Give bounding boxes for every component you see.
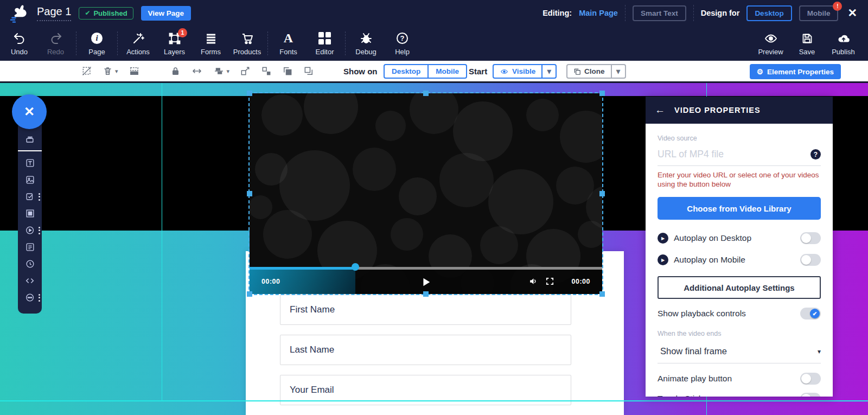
fullscreen-icon[interactable] bbox=[545, 277, 554, 286]
clone-button[interactable]: Clone bbox=[567, 65, 611, 78]
autoplay-mobile-label: Autoplay on Mobile bbox=[674, 255, 800, 265]
element-properties-button[interactable]: ⚙ Element Properties bbox=[750, 64, 841, 79]
fonts-button[interactable]: A Fonts bbox=[270, 31, 307, 56]
show-on-segmented-control: Desktop Mobile bbox=[384, 64, 467, 79]
show-playback-toggle[interactable]: ✔ bbox=[800, 308, 821, 320]
video-element[interactable]: 00:00 00:00 bbox=[250, 93, 602, 294]
resize-handle-n[interactable] bbox=[423, 91, 429, 96]
video-url-input[interactable]: URL of MP4 file ? bbox=[658, 149, 821, 166]
delete-icon[interactable]: ▾ bbox=[103, 66, 118, 76]
smart-text-button[interactable]: Smart Text bbox=[633, 5, 686, 21]
play-button[interactable] bbox=[420, 275, 432, 288]
editor-button[interactable]: Editor bbox=[307, 31, 343, 56]
video-ends-select[interactable]: Show final frame ▾ bbox=[658, 343, 821, 363]
publish-button[interactable]: Publish bbox=[825, 31, 861, 56]
forms-button[interactable]: Forms bbox=[193, 31, 229, 56]
field-label: Last Name bbox=[290, 344, 334, 355]
submenu-dots-icon[interactable] bbox=[39, 227, 40, 234]
editing-target-link[interactable]: Main Page bbox=[579, 9, 618, 17]
products-button[interactable]: Products bbox=[229, 31, 265, 56]
last-name-field[interactable]: Last Name bbox=[280, 335, 571, 365]
show-on-mobile-button[interactable]: Mobile bbox=[427, 65, 466, 78]
autoplay-mobile-toggle[interactable] bbox=[800, 254, 821, 266]
resize-handle-e[interactable] bbox=[599, 191, 605, 196]
first-name-field[interactable]: First Name bbox=[280, 295, 571, 325]
choose-video-library-button[interactable]: Choose from Video Library bbox=[658, 197, 821, 220]
close-icon[interactable]: ✕ bbox=[845, 7, 859, 20]
submenu-dots-icon[interactable] bbox=[39, 193, 40, 201]
eye-icon bbox=[764, 31, 778, 46]
debug-button[interactable]: Debug bbox=[348, 31, 384, 56]
visible-button[interactable]: Visible bbox=[494, 65, 541, 78]
view-page-button[interactable]: View Page bbox=[141, 6, 192, 21]
delete-caret-icon[interactable]: ▾ bbox=[115, 68, 118, 75]
back-arrow-icon[interactable]: ← bbox=[655, 104, 665, 116]
deselect-icon[interactable] bbox=[81, 66, 92, 76]
additional-autoplay-settings-button[interactable]: Additional Autoplay Settings bbox=[658, 276, 821, 299]
floppy-icon bbox=[801, 31, 814, 46]
magic-wand-icon bbox=[132, 31, 145, 46]
email-field[interactable]: Your Email bbox=[280, 375, 571, 405]
actions-button[interactable]: Actions bbox=[120, 31, 156, 56]
properties-header: ← VIDEO PROPERTIES bbox=[646, 97, 833, 124]
page-builder-app: Page 1 ✔ Published View Page Editing: Ma… bbox=[0, 0, 868, 415]
undo-button[interactable]: Undo bbox=[1, 31, 37, 56]
sidebar-item-text[interactable] bbox=[18, 155, 42, 171]
resize-handle-se[interactable] bbox=[599, 291, 605, 297]
sidebar-item-image[interactable] bbox=[18, 171, 42, 188]
video-progress-knob[interactable] bbox=[352, 263, 359, 271]
help-button[interactable]: ? Help bbox=[384, 31, 420, 56]
sidebar-item-blocks[interactable] bbox=[18, 131, 42, 148]
page-button[interactable]: i Page bbox=[79, 31, 115, 56]
shrink-element-icon[interactable] bbox=[261, 66, 272, 76]
forms-list-icon bbox=[205, 31, 218, 46]
resize-handle-ne[interactable] bbox=[599, 91, 605, 96]
separator bbox=[625, 5, 626, 21]
toggle-sticky-toggle[interactable] bbox=[800, 393, 821, 397]
send-backward-icon[interactable] bbox=[303, 66, 314, 76]
sidebar-item-misc[interactable] bbox=[18, 289, 42, 306]
resize-handle-s[interactable] bbox=[423, 291, 429, 297]
sidebar-item-timer[interactable] bbox=[18, 256, 42, 272]
bring-forward-icon[interactable] bbox=[282, 66, 293, 76]
expand-element-icon[interactable] bbox=[240, 66, 251, 76]
start-label: Start bbox=[469, 61, 487, 81]
sidebar-divider bbox=[18, 150, 42, 151]
lock-icon[interactable] bbox=[170, 66, 181, 76]
sidebar-item-article[interactable] bbox=[18, 239, 42, 256]
redo-button[interactable]: Redo bbox=[37, 31, 74, 56]
close-elements-fab[interactable]: ✕ bbox=[12, 94, 47, 129]
sidebar-item-form[interactable] bbox=[18, 188, 42, 205]
resize-handle-sw[interactable] bbox=[247, 291, 252, 297]
volume-icon[interactable] bbox=[528, 277, 539, 286]
layers-count-badge: 1 bbox=[178, 28, 187, 37]
align-caret-icon[interactable]: ▾ bbox=[227, 68, 230, 75]
eye-icon bbox=[500, 68, 509, 75]
sidebar-item-button[interactable] bbox=[18, 205, 42, 222]
layers-button[interactable]: 1 Layers bbox=[156, 31, 193, 56]
video-ends-value: Show final frame bbox=[660, 346, 727, 356]
align-distribute-icon[interactable]: ▾ bbox=[213, 66, 230, 76]
help-icon[interactable]: ? bbox=[810, 149, 821, 159]
toggle-sticky-row: Toggle Sticky bbox=[658, 391, 821, 397]
resize-handle-nw[interactable] bbox=[247, 91, 252, 96]
animate-play-toggle[interactable] bbox=[800, 373, 821, 385]
horizontal-resize-icon[interactable] bbox=[191, 66, 203, 76]
page-title[interactable]: Page 1 bbox=[37, 5, 71, 21]
design-desktop-button[interactable]: Desktop bbox=[746, 5, 792, 21]
sidebar-item-code[interactable] bbox=[18, 272, 42, 289]
preview-button[interactable]: Preview bbox=[752, 31, 789, 56]
clone-caret-button[interactable]: ▾ bbox=[611, 65, 625, 78]
editor-canvas[interactable]: First Name Last Name Your Email bbox=[0, 83, 868, 415]
section-split-icon[interactable] bbox=[129, 66, 140, 76]
play-circle-icon: ▶ bbox=[658, 233, 668, 244]
visibility-caret-button[interactable]: ▾ bbox=[541, 65, 556, 78]
autoplay-desktop-toggle[interactable] bbox=[800, 232, 821, 244]
sidebar-item-video[interactable] bbox=[18, 222, 42, 239]
save-button[interactable]: Save bbox=[789, 31, 825, 56]
resize-handle-w[interactable] bbox=[247, 191, 252, 196]
submenu-dots-icon[interactable] bbox=[39, 294, 40, 302]
show-on-desktop-button[interactable]: Desktop bbox=[385, 65, 427, 78]
bug-icon bbox=[360, 31, 373, 46]
elements-sidebar bbox=[18, 124, 42, 314]
